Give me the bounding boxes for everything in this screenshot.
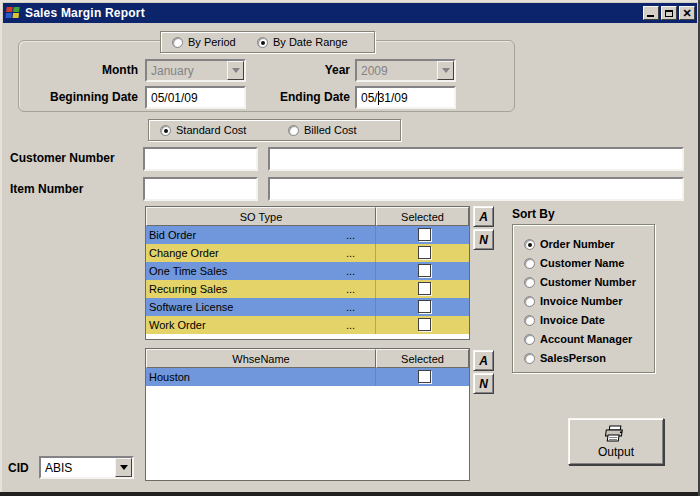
close-button[interactable]: ✕ bbox=[679, 6, 695, 20]
output-button[interactable]: Output bbox=[568, 418, 664, 465]
table-row[interactable]: One Time Sales ... bbox=[146, 262, 469, 280]
month-label: Month bbox=[10, 63, 138, 77]
so-type-name: Work Order bbox=[146, 319, 206, 331]
radio-by-date-range[interactable]: By Date Range bbox=[257, 36, 348, 48]
ending-date-field-wrap bbox=[355, 86, 456, 109]
so-type-name: One Time Sales bbox=[146, 265, 227, 277]
radio-billed-cost[interactable]: Billed Cost bbox=[288, 124, 357, 136]
warehouse-table-header: WhseName Selected bbox=[146, 349, 469, 368]
customer-number-code-wrap bbox=[143, 147, 258, 171]
whsename-column-header: WhseName bbox=[146, 349, 376, 368]
so-selected-checkbox[interactable] bbox=[418, 300, 431, 313]
radio-icon bbox=[524, 258, 535, 269]
cid-combobox[interactable]: ABIS bbox=[39, 456, 134, 479]
so-select-none-button[interactable]: N bbox=[473, 229, 494, 250]
sort-option-label: Invoice Number bbox=[540, 295, 623, 307]
item-number-name-input[interactable] bbox=[270, 179, 682, 199]
so-type-name: Bid Order bbox=[146, 229, 196, 241]
sort-by-label: Sort By bbox=[512, 207, 555, 221]
window-title: Sales Margin Report bbox=[25, 6, 145, 20]
ellipsis-button[interactable]: ... bbox=[346, 229, 355, 241]
radio-icon bbox=[524, 334, 535, 345]
so-type-name: Software License bbox=[146, 301, 233, 313]
so-select-all-button[interactable]: A bbox=[473, 206, 494, 227]
chevron-down-icon bbox=[437, 61, 454, 80]
beginning-date-label: Beginning Date bbox=[10, 90, 138, 104]
month-value: January bbox=[147, 64, 227, 78]
sort-option-label: Account Manager bbox=[540, 333, 632, 345]
item-number-code-input[interactable] bbox=[145, 179, 256, 199]
whse-select-none-button[interactable]: N bbox=[473, 373, 494, 394]
radio-sort-salesperson[interactable]: SalesPerson bbox=[524, 352, 606, 364]
ellipsis-button[interactable]: ... bbox=[346, 247, 355, 259]
table-row[interactable]: Bid Order ... bbox=[146, 226, 469, 244]
maximize-icon bbox=[665, 10, 673, 17]
sort-option-label: Customer Name bbox=[540, 257, 624, 269]
so-selected-checkbox[interactable] bbox=[418, 282, 431, 295]
cid-value: ABIS bbox=[41, 461, 115, 475]
customer-number-name-wrap bbox=[268, 147, 684, 171]
ending-date-label: Ending Date bbox=[222, 90, 350, 104]
ellipsis-button[interactable]: ... bbox=[346, 283, 355, 295]
year-value: 2009 bbox=[357, 64, 437, 78]
year-combobox: 2009 bbox=[355, 59, 456, 82]
radio-icon bbox=[160, 125, 171, 136]
radio-icon bbox=[524, 296, 535, 307]
sales-margin-report-window: Sales Margin Report ✕ By Period By Date … bbox=[0, 0, 700, 496]
radio-sort-customer-name[interactable]: Customer Name bbox=[524, 257, 624, 269]
so-selected-checkbox[interactable] bbox=[418, 246, 431, 259]
printer-icon bbox=[605, 425, 627, 443]
radio-sort-customer-number[interactable]: Customer Number bbox=[524, 276, 636, 288]
table-row[interactable]: Houston bbox=[146, 368, 469, 386]
ellipsis-button[interactable]: ... bbox=[346, 265, 355, 277]
radio-sort-order-number[interactable]: Order Number bbox=[524, 238, 615, 250]
radio-billed-cost-label: Billed Cost bbox=[304, 124, 357, 136]
radio-sort-account-manager[interactable]: Account Manager bbox=[524, 333, 632, 345]
text-caret bbox=[378, 91, 379, 105]
cid-label: CID bbox=[8, 461, 29, 475]
radio-standard-cost[interactable]: Standard Cost bbox=[160, 124, 246, 136]
so-type-table: SO Type Selected Bid Order ... Change Or… bbox=[145, 206, 470, 340]
whse-selected-column-header: Selected bbox=[376, 349, 469, 368]
ellipsis-button[interactable]: ... bbox=[346, 319, 355, 331]
item-number-label: Item Number bbox=[10, 182, 83, 196]
sort-option-label: Invoice Date bbox=[540, 314, 605, 326]
radio-icon bbox=[172, 37, 183, 48]
table-row[interactable]: Software License ... bbox=[146, 298, 469, 316]
sort-option-label: Order Number bbox=[540, 238, 615, 250]
sort-option-label: SalesPerson bbox=[540, 352, 606, 364]
maximize-button[interactable] bbox=[661, 6, 677, 20]
ellipsis-button[interactable]: ... bbox=[346, 301, 355, 313]
radio-icon bbox=[524, 353, 535, 364]
customer-number-code-input[interactable] bbox=[145, 149, 256, 169]
close-icon: ✕ bbox=[682, 8, 691, 19]
year-label: Year bbox=[222, 63, 350, 77]
minimize-button[interactable] bbox=[643, 6, 659, 20]
table-row[interactable]: Recurring Sales ... bbox=[146, 280, 469, 298]
radio-sort-invoice-date[interactable]: Invoice Date bbox=[524, 314, 605, 326]
chevron-down-icon[interactable] bbox=[115, 458, 132, 477]
so-type-name: Recurring Sales bbox=[146, 283, 227, 295]
item-number-code-wrap bbox=[143, 177, 258, 201]
titlebar: Sales Margin Report ✕ bbox=[3, 3, 697, 23]
ending-date-input[interactable] bbox=[357, 89, 454, 108]
radio-sort-invoice-number[interactable]: Invoice Number bbox=[524, 295, 623, 307]
so-type-table-header: SO Type Selected bbox=[146, 207, 469, 226]
radio-icon bbox=[257, 37, 268, 48]
radio-icon bbox=[288, 125, 299, 136]
output-button-label: Output bbox=[598, 445, 634, 459]
whse-select-all-button[interactable]: A bbox=[473, 350, 494, 371]
table-row[interactable]: Change Order ... bbox=[146, 244, 469, 262]
customer-number-name-input[interactable] bbox=[270, 149, 682, 169]
windows-flag-icon bbox=[5, 7, 21, 20]
item-number-name-wrap bbox=[268, 177, 684, 201]
so-selected-checkbox[interactable] bbox=[418, 228, 431, 241]
so-selected-checkbox[interactable] bbox=[418, 318, 431, 331]
whse-selected-checkbox[interactable] bbox=[418, 370, 431, 383]
so-selected-checkbox[interactable] bbox=[418, 264, 431, 277]
so-type-name: Change Order bbox=[146, 247, 219, 259]
radio-icon bbox=[524, 277, 535, 288]
radio-by-period-label: By Period bbox=[188, 36, 236, 48]
table-row[interactable]: Work Order ... bbox=[146, 316, 469, 334]
radio-by-period[interactable]: By Period bbox=[172, 36, 236, 48]
